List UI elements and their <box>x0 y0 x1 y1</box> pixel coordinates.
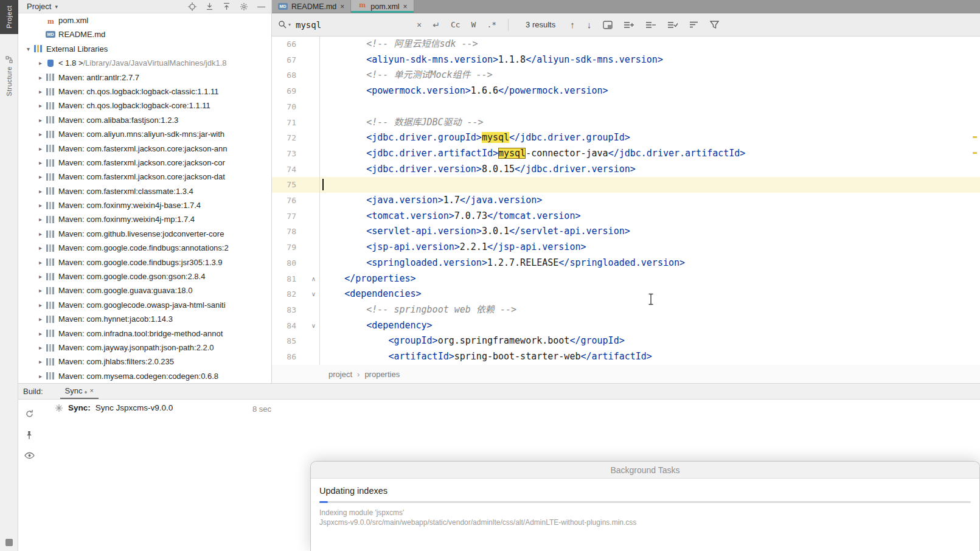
chevron-right-icon[interactable]: ▸ <box>35 56 46 70</box>
code-line[interactable]: 69 <powermock.version>1.6.6</powermock.v… <box>272 83 980 99</box>
add-occurrence-icon[interactable] <box>624 21 634 29</box>
chevron-down-icon[interactable]: ▾ <box>23 42 33 56</box>
select-all-occurrences-icon[interactable] <box>667 21 678 29</box>
locate-file-icon[interactable] <box>188 2 196 11</box>
eye-icon[interactable] <box>24 452 35 459</box>
stripe-button-structure[interactable]: Structure <box>0 56 18 114</box>
tree-item[interactable]: ▸Maven: com.google.code.findbugs:annotat… <box>18 241 271 255</box>
stripe-button-partial[interactable] <box>5 539 13 546</box>
code-line[interactable]: 79 <jsp-api.version>2.2.1</jsp-api.versi… <box>272 240 980 255</box>
tree-item[interactable]: ▸Maven: com.fasterxml.jackson.core:jacks… <box>18 170 271 184</box>
code-line[interactable]: 74 <jdbc.driver.version>8.0.15</jdbc.dri… <box>272 162 980 178</box>
remove-occurrence-icon[interactable] <box>645 21 656 29</box>
next-match-icon[interactable]: ↓ <box>587 19 592 30</box>
code-line[interactable]: 86 <artifactId>spring-boot-starter-web</… <box>272 349 980 365</box>
build-tab-sync[interactable]: Sync × <box>60 384 99 399</box>
fold-marker-icon[interactable]: ∨ <box>296 318 319 334</box>
chevron-right-icon[interactable]: ▸ <box>35 355 46 369</box>
tree-item[interactable]: ▸< 1.8 > /Library/Java/JavaVirtualMachin… <box>18 56 271 70</box>
code-line[interactable]: 70 <box>272 99 980 115</box>
tree-item[interactable]: ▸Maven: com.mysema.codegen:codegen:0.6.8 <box>18 369 271 383</box>
close-icon[interactable]: × <box>340 3 344 10</box>
fold-marker-icon[interactable]: ∧ <box>296 271 319 287</box>
gear-icon[interactable] <box>240 2 248 11</box>
search-input[interactable] <box>296 20 411 30</box>
tree-item[interactable]: ▸Maven: com.fasterxml:classmate:1.3.4 <box>18 184 271 198</box>
code-line[interactable]: 77 <tomcat.version>7.0.73</tomcat.versio… <box>272 209 980 224</box>
tree-item[interactable]: pom.xml <box>18 13 271 27</box>
project-view-selector[interactable]: Project <box>27 2 51 11</box>
tab-readme[interactable]: README.md × <box>272 0 351 13</box>
filter-icon[interactable] <box>710 21 719 29</box>
tree-item[interactable]: ▸Maven: com.foxinmy:weixin4j-base:1.7.4 <box>18 198 271 212</box>
previous-match-icon[interactable]: ↑ <box>570 19 575 30</box>
hide-panel-icon[interactable]: — <box>257 2 265 11</box>
code-line[interactable]: 80 <springloaded.version>1.2.7.RELEASE</… <box>272 255 980 271</box>
tree-item[interactable]: ▸Maven: com.google.guava:guava:18.0 <box>18 283 271 297</box>
chevron-right-icon[interactable]: ▸ <box>35 298 46 312</box>
chevron-right-icon[interactable]: ▸ <box>35 170 46 184</box>
code-line[interactable]: 78 <servlet-api.version>3.0.1</servlet-a… <box>272 224 980 240</box>
search-in-selection-icon[interactable] <box>603 21 613 29</box>
code-line[interactable]: 76 <java.version>1.7</java.version> <box>272 193 980 209</box>
breadcrumb-item-project[interactable]: project <box>328 370 352 379</box>
chevron-right-icon[interactable]: ▸ <box>35 255 46 269</box>
expand-all-icon[interactable] <box>206 2 214 10</box>
code-line[interactable]: 82∨ <dependencies> <box>272 286 980 302</box>
fold-marker-icon[interactable]: ∨ <box>296 286 319 302</box>
chevron-right-icon[interactable]: ▸ <box>35 341 46 355</box>
tree-item[interactable]: ▸Maven: com.jayway.jsonpath:json-path:2.… <box>18 341 271 355</box>
code-line[interactable]: 72 <jdbc.driver.groupId>mysql</jdbc.driv… <box>272 130 980 146</box>
chevron-right-icon[interactable]: ▸ <box>35 156 46 170</box>
code-line[interactable]: 85 <groupId>org.springframework.boot</gr… <box>272 333 980 349</box>
code-line[interactable]: 73 <jdbc.driver.artifactId>mysql-connect… <box>272 146 980 162</box>
chevron-right-icon[interactable]: ▸ <box>35 312 46 326</box>
tree-item[interactable]: ▾External Libraries <box>18 42 271 56</box>
chevron-down-icon[interactable]: ▾ <box>55 4 58 10</box>
tree-item[interactable]: ▸Maven: com.jhlabs:filters:2.0.235 <box>18 355 271 369</box>
tree-item[interactable]: ▸Maven: com.alibaba:fastjson:1.2.3 <box>18 113 271 127</box>
tree-item[interactable]: ▸Maven: com.github.livesense:jodconverte… <box>18 227 271 241</box>
tree-item[interactable]: ▸Maven: com.fasterxml.jackson.core:jacks… <box>18 142 271 156</box>
code-editor[interactable]: 66 <!-- 阿里云短信sdk -->67 <aliyun-sdk-mns.v… <box>272 36 980 365</box>
tree-item[interactable]: ▸Maven: antlr:antlr:2.7.7 <box>18 71 271 85</box>
close-icon[interactable]: × <box>403 3 408 10</box>
search-stripe-mark[interactable] <box>973 152 977 154</box>
chevron-right-icon[interactable]: ▸ <box>35 71 46 85</box>
rerun-icon[interactable] <box>25 409 34 418</box>
chevron-right-icon[interactable]: ▸ <box>35 127 46 141</box>
tree-item[interactable]: ▸Maven: com.googlecode.owasp-java-html-s… <box>18 298 271 312</box>
chevron-right-icon[interactable]: ▸ <box>35 283 46 297</box>
tree-item[interactable]: README.md <box>18 27 271 41</box>
collapse-all-icon[interactable] <box>223 2 231 10</box>
chevron-right-icon[interactable]: ▸ <box>35 327 46 341</box>
regex-toggle[interactable]: .* <box>487 20 496 29</box>
chevron-right-icon[interactable]: ▸ <box>35 198 46 212</box>
chevron-right-icon[interactable]: ▸ <box>35 227 46 241</box>
pin-icon[interactable] <box>25 431 33 440</box>
sort-lines-icon[interactable] <box>689 21 699 29</box>
code-line[interactable]: 68 <!-- 单元测试Mock组件 --> <box>272 68 980 83</box>
chevron-right-icon[interactable]: ▸ <box>35 269 46 283</box>
search-stripe-mark[interactable] <box>973 136 977 138</box>
chevron-right-icon[interactable]: ▸ <box>35 113 46 127</box>
code-line[interactable]: 84∨ <dependency> <box>272 318 980 334</box>
chevron-right-icon[interactable]: ▸ <box>35 241 46 255</box>
code-line[interactable]: 75 <box>272 177 980 193</box>
tree-item[interactable]: ▸Maven: ch.qos.logback:logback-classic:1… <box>18 85 271 99</box>
tree-item[interactable]: ▸Maven: com.fasterxml.jackson.core:jacks… <box>18 156 271 170</box>
tree-item[interactable]: ▸Maven: com.google.code.findbugs:jsr305:… <box>18 255 271 269</box>
tree-item[interactable]: ▸Maven: com.foxinmy:weixin4j-mp:1.7.4 <box>18 212 271 226</box>
code-line[interactable]: 67 <aliyun-sdk-mns.version>1.1.8</aliyun… <box>272 52 980 68</box>
build-status-row[interactable]: Sync: Sync Jspxcms-v9.0.0 <box>55 403 173 412</box>
chevron-right-icon[interactable]: ▸ <box>35 369 46 383</box>
clear-search-icon[interactable]: × <box>417 21 422 29</box>
tree-item[interactable]: ▸Maven: com.infradna.tool:bridge-method-… <box>18 327 271 341</box>
whole-words-toggle[interactable]: W <box>471 20 476 29</box>
code-line[interactable]: 71 <!-- 数据库JDBC驱动 --> <box>272 115 980 131</box>
tree-item[interactable]: ▸Maven: ch.qos.logback:logback-core:1.1.… <box>18 99 271 113</box>
chevron-right-icon[interactable]: ▸ <box>35 142 46 156</box>
search-icon[interactable]: ▾ <box>278 20 291 29</box>
background-tasks-title[interactable]: Background Tasks <box>311 462 979 479</box>
chevron-right-icon[interactable]: ▸ <box>35 184 46 198</box>
